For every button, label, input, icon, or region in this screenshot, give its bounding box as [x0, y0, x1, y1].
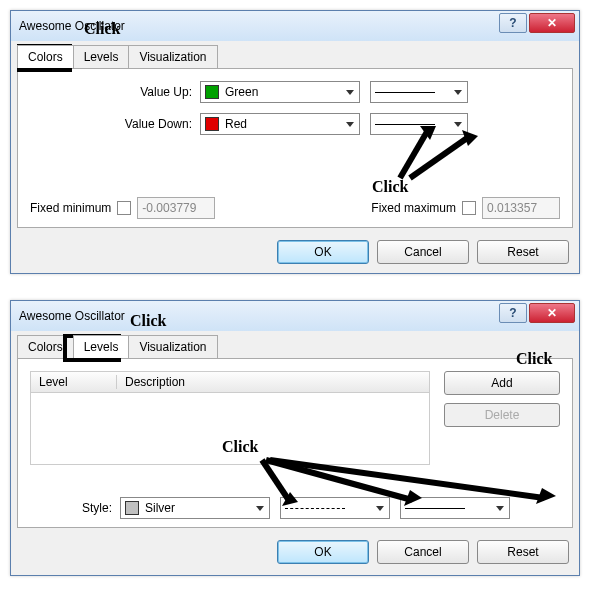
tab-levels[interactable]: Levels	[73, 45, 130, 68]
levels-table-body[interactable]	[30, 393, 430, 465]
dialog-buttons: OK Cancel Reset	[11, 534, 579, 570]
fixed-max-label: Fixed maximum	[371, 201, 456, 215]
value-up-label: Value Up:	[30, 85, 200, 99]
tab-bar: Colors Levels Visualization	[17, 335, 573, 358]
col-description[interactable]: Description	[117, 375, 429, 389]
cancel-button[interactable]: Cancel	[377, 540, 469, 564]
tab-colors[interactable]: Colors	[17, 45, 74, 68]
titlebar[interactable]: Awesome Oscillator ? ✕	[11, 301, 579, 331]
delete-button: Delete	[444, 403, 560, 427]
window-title: Awesome Oscillator	[19, 309, 125, 323]
value-down-color-combo[interactable]: Red	[200, 113, 360, 135]
fixed-min-value: -0.003779	[137, 197, 215, 219]
value-up-color-text: Green	[225, 85, 258, 99]
tab-visualization[interactable]: Visualization	[128, 45, 217, 68]
value-up-linestyle-combo[interactable]	[370, 81, 468, 103]
dialog-buttons: OK Cancel Reset	[11, 234, 579, 270]
close-button[interactable]: ✕	[529, 13, 575, 33]
style-linestyle-combo[interactable]	[280, 497, 390, 519]
tab-panel-levels: Level Description Add Delete Style: Silv…	[17, 358, 573, 528]
color-swatch-icon	[125, 501, 139, 515]
fixed-min-checkbox[interactable]	[117, 201, 131, 215]
help-button[interactable]: ?	[499, 303, 527, 323]
fixed-min-label: Fixed minimum	[30, 201, 111, 215]
tab-visualization[interactable]: Visualization	[128, 335, 217, 358]
color-swatch-icon	[205, 117, 219, 131]
reset-button[interactable]: Reset	[477, 540, 569, 564]
dialog-levels: Awesome Oscillator ? ✕ Colors Levels Vis…	[10, 300, 580, 576]
help-button[interactable]: ?	[499, 13, 527, 33]
tab-bar: Colors Levels Visualization	[17, 45, 573, 68]
tab-panel-colors: Value Up: Green Value Down: Red Fixed mi…	[17, 68, 573, 228]
titlebar[interactable]: Awesome Oscillator ? ✕	[11, 11, 579, 41]
style-linewidth-combo[interactable]	[400, 497, 510, 519]
add-button[interactable]: Add	[444, 371, 560, 395]
value-down-linestyle-combo[interactable]	[370, 113, 468, 135]
fixed-max-checkbox[interactable]	[462, 201, 476, 215]
fixed-max-value: 0.013357	[482, 197, 560, 219]
cancel-button[interactable]: Cancel	[377, 240, 469, 264]
value-down-label: Value Down:	[30, 117, 200, 131]
line-solid-icon	[405, 508, 465, 509]
line-dashed-icon	[285, 508, 345, 509]
levels-table-header: Level Description	[30, 371, 430, 393]
value-down-color-text: Red	[225, 117, 247, 131]
tab-colors[interactable]: Colors	[17, 335, 74, 358]
ok-button[interactable]: OK	[277, 540, 369, 564]
style-color-combo[interactable]: Silver	[120, 497, 270, 519]
line-solid-icon	[375, 92, 435, 93]
tab-levels[interactable]: Levels	[73, 335, 130, 358]
col-level[interactable]: Level	[31, 375, 117, 389]
value-up-color-combo[interactable]: Green	[200, 81, 360, 103]
close-button[interactable]: ✕	[529, 303, 575, 323]
style-label: Style:	[30, 501, 120, 515]
ok-button[interactable]: OK	[277, 240, 369, 264]
dialog-colors: Awesome Oscillator ? ✕ Colors Levels Vis…	[10, 10, 580, 274]
window-title: Awesome Oscillator	[19, 19, 125, 33]
style-color-text: Silver	[145, 501, 175, 515]
line-solid-icon	[375, 124, 435, 125]
reset-button[interactable]: Reset	[477, 240, 569, 264]
color-swatch-icon	[205, 85, 219, 99]
